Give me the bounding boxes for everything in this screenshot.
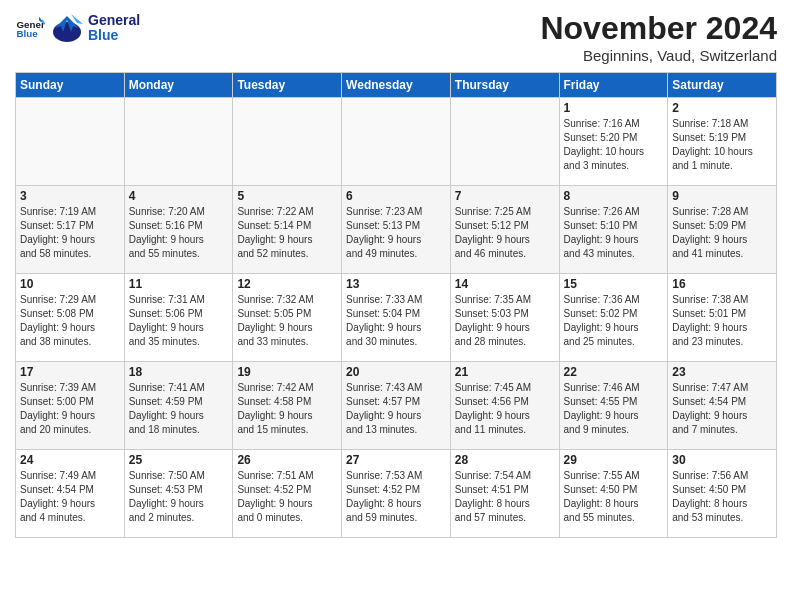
day-number: 13 [346, 277, 446, 291]
calendar-body: 1Sunrise: 7:16 AM Sunset: 5:20 PM Daylig… [16, 98, 777, 538]
calendar-table: Sunday Monday Tuesday Wednesday Thursday… [15, 72, 777, 538]
day-detail: Sunrise: 7:38 AM Sunset: 5:01 PM Dayligh… [672, 293, 772, 349]
calendar-day-cell: 9Sunrise: 7:28 AM Sunset: 5:09 PM Daylig… [668, 186, 777, 274]
col-sunday: Sunday [16, 73, 125, 98]
day-number: 21 [455, 365, 555, 379]
day-detail: Sunrise: 7:47 AM Sunset: 4:54 PM Dayligh… [672, 381, 772, 437]
calendar-day-cell: 21Sunrise: 7:45 AM Sunset: 4:56 PM Dayli… [450, 362, 559, 450]
svg-text:Blue: Blue [17, 28, 39, 39]
calendar-day-cell: 7Sunrise: 7:25 AM Sunset: 5:12 PM Daylig… [450, 186, 559, 274]
day-detail: Sunrise: 7:53 AM Sunset: 4:52 PM Dayligh… [346, 469, 446, 525]
day-number: 15 [564, 277, 664, 291]
day-number: 18 [129, 365, 229, 379]
day-detail: Sunrise: 7:39 AM Sunset: 5:00 PM Dayligh… [20, 381, 120, 437]
day-number: 2 [672, 101, 772, 115]
day-detail: Sunrise: 7:28 AM Sunset: 5:09 PM Dayligh… [672, 205, 772, 261]
col-saturday: Saturday [668, 73, 777, 98]
day-number: 3 [20, 189, 120, 203]
day-detail: Sunrise: 7:18 AM Sunset: 5:19 PM Dayligh… [672, 117, 772, 173]
day-detail: Sunrise: 7:43 AM Sunset: 4:57 PM Dayligh… [346, 381, 446, 437]
day-number: 1 [564, 101, 664, 115]
calendar-day-cell: 4Sunrise: 7:20 AM Sunset: 5:16 PM Daylig… [124, 186, 233, 274]
calendar-day-cell: 6Sunrise: 7:23 AM Sunset: 5:13 PM Daylig… [342, 186, 451, 274]
day-number: 19 [237, 365, 337, 379]
day-number: 30 [672, 453, 772, 467]
day-detail: Sunrise: 7:41 AM Sunset: 4:59 PM Dayligh… [129, 381, 229, 437]
day-detail: Sunrise: 7:32 AM Sunset: 5:05 PM Dayligh… [237, 293, 337, 349]
day-detail: Sunrise: 7:29 AM Sunset: 5:08 PM Dayligh… [20, 293, 120, 349]
day-number: 11 [129, 277, 229, 291]
day-detail: Sunrise: 7:33 AM Sunset: 5:04 PM Dayligh… [346, 293, 446, 349]
logo-icon: General Blue [15, 13, 45, 43]
day-detail: Sunrise: 7:16 AM Sunset: 5:20 PM Dayligh… [564, 117, 664, 173]
day-detail: Sunrise: 7:20 AM Sunset: 5:16 PM Dayligh… [129, 205, 229, 261]
calendar-day-cell: 30Sunrise: 7:56 AM Sunset: 4:50 PM Dayli… [668, 450, 777, 538]
col-thursday: Thursday [450, 73, 559, 98]
calendar-day-cell: 16Sunrise: 7:38 AM Sunset: 5:01 PM Dayli… [668, 274, 777, 362]
page-header: General Blue General Blue [15, 10, 777, 64]
calendar-day-cell [450, 98, 559, 186]
col-friday: Friday [559, 73, 668, 98]
calendar-week-row: 24Sunrise: 7:49 AM Sunset: 4:54 PM Dayli… [16, 450, 777, 538]
day-number: 23 [672, 365, 772, 379]
col-tuesday: Tuesday [233, 73, 342, 98]
logo: General Blue General Blue [15, 10, 140, 46]
calendar-day-cell: 14Sunrise: 7:35 AM Sunset: 5:03 PM Dayli… [450, 274, 559, 362]
day-number: 6 [346, 189, 446, 203]
day-number: 17 [20, 365, 120, 379]
calendar-day-cell: 23Sunrise: 7:47 AM Sunset: 4:54 PM Dayli… [668, 362, 777, 450]
day-number: 24 [20, 453, 120, 467]
day-detail: Sunrise: 7:45 AM Sunset: 4:56 PM Dayligh… [455, 381, 555, 437]
calendar-day-cell [16, 98, 125, 186]
day-number: 28 [455, 453, 555, 467]
month-title: November 2024 [540, 10, 777, 47]
calendar-day-cell: 19Sunrise: 7:42 AM Sunset: 4:58 PM Dayli… [233, 362, 342, 450]
day-detail: Sunrise: 7:26 AM Sunset: 5:10 PM Dayligh… [564, 205, 664, 261]
calendar-day-cell: 11Sunrise: 7:31 AM Sunset: 5:06 PM Dayli… [124, 274, 233, 362]
day-detail: Sunrise: 7:51 AM Sunset: 4:52 PM Dayligh… [237, 469, 337, 525]
day-number: 4 [129, 189, 229, 203]
calendar-header-row: Sunday Monday Tuesday Wednesday Thursday… [16, 73, 777, 98]
day-number: 14 [455, 277, 555, 291]
day-detail: Sunrise: 7:50 AM Sunset: 4:53 PM Dayligh… [129, 469, 229, 525]
calendar-day-cell: 1Sunrise: 7:16 AM Sunset: 5:20 PM Daylig… [559, 98, 668, 186]
logo-blue: Blue [88, 28, 140, 43]
day-number: 5 [237, 189, 337, 203]
calendar-week-row: 10Sunrise: 7:29 AM Sunset: 5:08 PM Dayli… [16, 274, 777, 362]
day-number: 27 [346, 453, 446, 467]
col-wednesday: Wednesday [342, 73, 451, 98]
calendar-day-cell: 26Sunrise: 7:51 AM Sunset: 4:52 PM Dayli… [233, 450, 342, 538]
calendar-day-cell: 24Sunrise: 7:49 AM Sunset: 4:54 PM Dayli… [16, 450, 125, 538]
day-number: 25 [129, 453, 229, 467]
day-number: 16 [672, 277, 772, 291]
calendar-day-cell: 20Sunrise: 7:43 AM Sunset: 4:57 PM Dayli… [342, 362, 451, 450]
calendar-day-cell: 15Sunrise: 7:36 AM Sunset: 5:02 PM Dayli… [559, 274, 668, 362]
calendar-day-cell: 17Sunrise: 7:39 AM Sunset: 5:00 PM Dayli… [16, 362, 125, 450]
day-detail: Sunrise: 7:35 AM Sunset: 5:03 PM Dayligh… [455, 293, 555, 349]
day-number: 22 [564, 365, 664, 379]
day-number: 8 [564, 189, 664, 203]
calendar-day-cell: 28Sunrise: 7:54 AM Sunset: 4:51 PM Dayli… [450, 450, 559, 538]
day-number: 12 [237, 277, 337, 291]
calendar-day-cell [124, 98, 233, 186]
calendar-day-cell: 2Sunrise: 7:18 AM Sunset: 5:19 PM Daylig… [668, 98, 777, 186]
calendar-week-row: 3Sunrise: 7:19 AM Sunset: 5:17 PM Daylig… [16, 186, 777, 274]
day-detail: Sunrise: 7:49 AM Sunset: 4:54 PM Dayligh… [20, 469, 120, 525]
day-detail: Sunrise: 7:42 AM Sunset: 4:58 PM Dayligh… [237, 381, 337, 437]
calendar-week-row: 1Sunrise: 7:16 AM Sunset: 5:20 PM Daylig… [16, 98, 777, 186]
calendar-day-cell: 3Sunrise: 7:19 AM Sunset: 5:17 PM Daylig… [16, 186, 125, 274]
day-detail: Sunrise: 7:46 AM Sunset: 4:55 PM Dayligh… [564, 381, 664, 437]
calendar-day-cell: 18Sunrise: 7:41 AM Sunset: 4:59 PM Dayli… [124, 362, 233, 450]
day-detail: Sunrise: 7:31 AM Sunset: 5:06 PM Dayligh… [129, 293, 229, 349]
day-detail: Sunrise: 7:55 AM Sunset: 4:50 PM Dayligh… [564, 469, 664, 525]
day-detail: Sunrise: 7:54 AM Sunset: 4:51 PM Dayligh… [455, 469, 555, 525]
svg-point-4 [53, 22, 81, 42]
calendar-day-cell: 12Sunrise: 7:32 AM Sunset: 5:05 PM Dayli… [233, 274, 342, 362]
calendar-day-cell: 27Sunrise: 7:53 AM Sunset: 4:52 PM Dayli… [342, 450, 451, 538]
day-number: 26 [237, 453, 337, 467]
day-detail: Sunrise: 7:36 AM Sunset: 5:02 PM Dayligh… [564, 293, 664, 349]
day-detail: Sunrise: 7:22 AM Sunset: 5:14 PM Dayligh… [237, 205, 337, 261]
calendar-day-cell: 25Sunrise: 7:50 AM Sunset: 4:53 PM Dayli… [124, 450, 233, 538]
calendar-day-cell: 8Sunrise: 7:26 AM Sunset: 5:10 PM Daylig… [559, 186, 668, 274]
day-detail: Sunrise: 7:19 AM Sunset: 5:17 PM Dayligh… [20, 205, 120, 261]
